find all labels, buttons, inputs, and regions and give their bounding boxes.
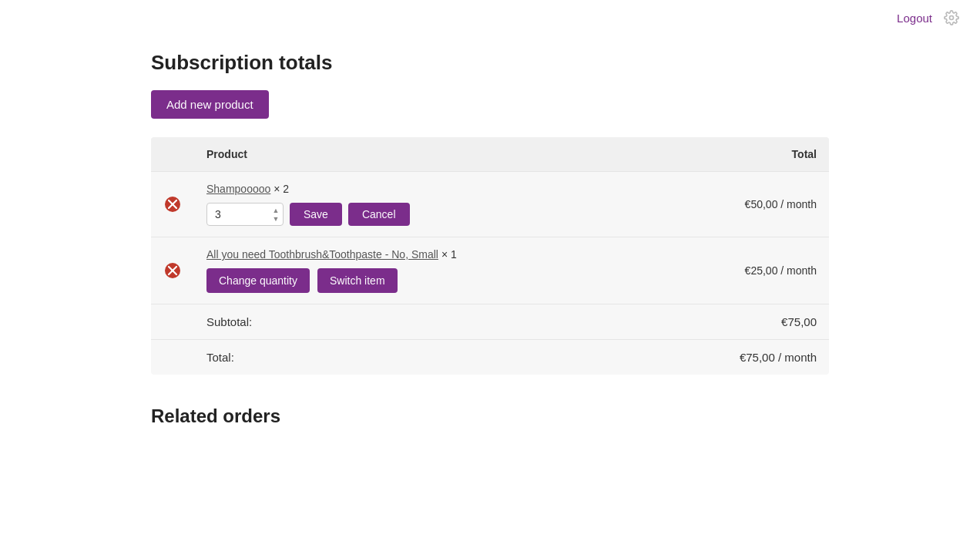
top-bar: Logout <box>0 0 980 35</box>
remove-cell-toothbrush <box>151 237 194 304</box>
add-product-button[interactable]: Add new product <box>151 90 269 119</box>
action-row-toothbrush: Change quantity Switch item <box>206 268 645 293</box>
subscription-table: Product Total <box>151 137 829 375</box>
product-qty-shampoo: × 2 <box>274 183 289 195</box>
total-cell-shampoo: €50,00 / month <box>657 172 829 237</box>
qty-up-arrow[interactable]: ▲ <box>271 207 280 214</box>
logout-link[interactable]: Logout <box>897 12 932 25</box>
cancel-button-shampoo[interactable]: Cancel <box>348 203 410 226</box>
main-content: Subscription totals Add new product Prod… <box>120 35 860 458</box>
remove-button-toothbrush[interactable] <box>163 261 182 280</box>
top-bar-right: Logout <box>897 8 962 28</box>
product-cell-inner-toothbrush: All you need Toothbrush&Toothpaste - No,… <box>206 248 645 293</box>
product-cell-shampoo: Shampooooo × 2 ▲ ▼ Save <box>194 172 657 237</box>
gear-icon[interactable] <box>941 8 962 28</box>
total-value: €75,00 / month <box>657 340 829 375</box>
col-total-header: Total <box>657 137 829 172</box>
qty-spinner-shampoo[interactable]: ▲ ▼ <box>271 207 280 223</box>
product-cell-toothbrush: All you need Toothbrush&Toothpaste - No,… <box>194 237 657 304</box>
table-row: Shampooooo × 2 ▲ ▼ Save <box>151 172 829 237</box>
product-name-row-toothbrush: All you need Toothbrush&Toothpaste - No,… <box>206 248 645 261</box>
qty-input-row-shampoo: ▲ ▼ Save Cancel <box>206 203 645 226</box>
change-quantity-button[interactable]: Change quantity <box>206 268 310 293</box>
remove-button-shampoo[interactable] <box>163 195 182 214</box>
subtotal-empty-cell <box>151 304 194 340</box>
total-cell-toothbrush: €25,00 / month <box>657 237 829 304</box>
svg-point-0 <box>950 16 954 20</box>
save-button-shampoo[interactable]: Save <box>290 203 342 226</box>
remove-cell-shampoo <box>151 172 194 237</box>
qty-down-arrow[interactable]: ▼ <box>271 215 280 223</box>
switch-item-button[interactable]: Switch item <box>317 268 398 293</box>
table-header-row: Product Total <box>151 137 829 172</box>
subtotal-value: €75,00 <box>657 304 829 340</box>
product-cell-inner-shampoo: Shampooooo × 2 ▲ ▼ Save <box>206 183 645 226</box>
product-link-shampoo[interactable]: Shampooooo <box>206 183 270 195</box>
product-qty-toothbrush: × 1 <box>441 248 457 261</box>
related-orders-title: Related orders <box>151 405 829 427</box>
col-product-header: Product <box>194 137 657 172</box>
col-remove-header <box>151 137 194 172</box>
total-empty-cell <box>151 340 194 375</box>
table-row: All you need Toothbrush&Toothpaste - No,… <box>151 237 829 304</box>
page-title: Subscription totals <box>151 51 829 75</box>
total-row: Total: €75,00 / month <box>151 340 829 375</box>
subtotal-label: Subtotal: <box>194 304 657 340</box>
qty-input-wrapper-shampoo: ▲ ▼ <box>206 203 284 226</box>
subtotal-row: Subtotal: €75,00 <box>151 304 829 340</box>
product-name-row-shampoo: Shampooooo × 2 <box>206 183 645 195</box>
total-label: Total: <box>194 340 657 375</box>
product-link-toothbrush[interactable]: All you need Toothbrush&Toothpaste - No,… <box>206 248 438 261</box>
